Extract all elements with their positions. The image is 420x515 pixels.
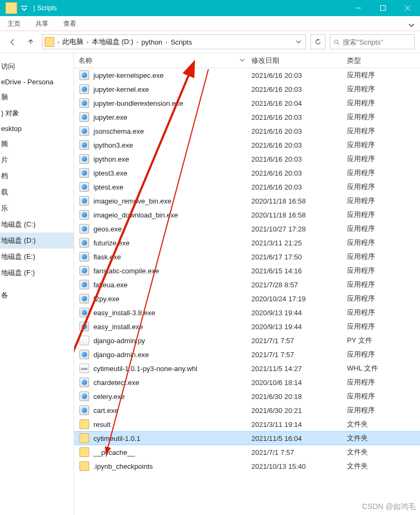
sidebar-item[interactable]: ) 对象 — [0, 105, 74, 121]
sidebar-item[interactable]: 地磁盘 (E:) — [0, 249, 74, 265]
chevron-right-icon[interactable]: › — [135, 39, 139, 45]
sidebar-item[interactable]: 载 — [0, 184, 74, 200]
file-row[interactable]: flask.exe2021/6/17 17:50应用程序 — [74, 250, 420, 264]
file-row[interactable]: ipython.exe2021/6/16 20:03应用程序 — [74, 152, 420, 166]
nav-back-button[interactable] — [5, 35, 19, 49]
file-name-cell: jsonschema.exe — [74, 126, 251, 136]
file-name-cell: jupyter-kernel.exe — [74, 84, 251, 94]
sidebar-item[interactable]: 地磁盘 (F:) — [0, 265, 74, 281]
search-icon — [334, 39, 339, 46]
svg-line-6 — [337, 43, 339, 45]
sidebar-item[interactable]: 地磁盘 (C:) — [0, 216, 74, 233]
file-row[interactable]: f2py.exe2020/10/24 17:19应用程序 — [74, 292, 420, 306]
breadcrumb-item[interactable]: 本地磁盘 (D:) — [90, 37, 135, 47]
column-header-type[interactable]: 类型 — [347, 56, 420, 66]
ribbon-tab-home[interactable]: 主页 — [0, 17, 28, 31]
file-row[interactable]: celery.exe2021/6/30 20:18应用程序 — [74, 389, 420, 403]
ribbon-tab-share[interactable]: 共享 — [28, 17, 56, 31]
file-name-label: cytimeutil-1.0.1 — [93, 434, 140, 443]
file-row[interactable]: easy_install.exe2020/9/13 19:44应用程序 — [74, 320, 420, 333]
chevron-right-icon[interactable]: › — [56, 39, 60, 45]
file-name-cell: flask.exe — [74, 252, 251, 262]
sidebar-item[interactable] — [0, 281, 74, 287]
file-name-cell: chardetect.exe — [74, 378, 251, 387]
nav-up-button[interactable] — [24, 35, 38, 49]
file-row[interactable]: imageio_remove_bin.exe2020/11/18 16:58应用… — [74, 194, 420, 208]
file-name-label: cart.exe — [93, 407, 118, 415]
file-type-cell: 应用程序 — [347, 224, 420, 234]
file-name-cell: geos.exe — [74, 224, 251, 234]
column-header-date[interactable]: 修改日期 — [251, 56, 347, 66]
sidebar-item[interactable]: 片 — [0, 152, 74, 168]
file-type-cell: 文件夹 — [347, 419, 420, 429]
file-type-cell: 应用程序 — [347, 391, 420, 401]
breadcrumb[interactable]: › 此电脑 › 本地磁盘 (D:) › python › Scripts — [42, 34, 306, 49]
sidebar-item[interactable]: eDrive - Persona — [0, 75, 74, 89]
file-row[interactable]: jupyter-kernel.exe2021/6/16 20:03应用程序 — [74, 82, 420, 96]
sort-indicator-icon[interactable] — [240, 56, 245, 64]
file-name-label: flask.exe — [93, 253, 121, 261]
maximize-button[interactable] — [371, 0, 395, 16]
file-type-cell: 应用程序 — [347, 252, 420, 262]
file-row[interactable]: jupyter-bundlerextension.exe2021/6/16 20… — [74, 96, 420, 110]
sidebar-item[interactable]: 频 — [0, 136, 74, 152]
file-row[interactable]: __pycache__2021/7/1 7:57文件夹 — [74, 445, 420, 459]
breadcrumb-item[interactable]: 此电脑 — [60, 37, 85, 47]
file-row[interactable]: fakeua.exe2021/7/28 8:57应用程序 — [74, 278, 420, 292]
file-row[interactable]: geos.exe2021/10/27 17:28应用程序 — [74, 222, 420, 236]
file-name-cell: celery.exe — [74, 391, 251, 401]
file-row[interactable]: chardetect.exe2020/10/6 18:14应用程序 — [74, 375, 420, 389]
close-button[interactable] — [395, 0, 420, 16]
file-date-cell: 2021/6/16 20:03 — [251, 71, 347, 79]
file-type-cell: 应用程序 — [347, 238, 420, 248]
ribbon-expand-icon[interactable] — [403, 21, 420, 31]
exe-icon — [79, 154, 89, 164]
qat-dropdown-icon[interactable] — [20, 4, 28, 12]
sidebar-item[interactable]: 各 — [0, 287, 74, 303]
minimize-button[interactable] — [346, 0, 371, 16]
chevron-right-icon[interactable]: › — [85, 39, 89, 45]
file-row[interactable]: .ipynb_checkpoints2021/10/13 15:40文件夹 — [74, 459, 420, 473]
file-row[interactable]: cytimeutil-1.0.12021/11/5 16:04文件夹 — [74, 431, 420, 445]
folder-icon — [79, 433, 89, 443]
file-row[interactable]: ipython3.exe2021/6/16 20:03应用程序 — [74, 138, 420, 152]
file-name-label: jupyter-kernelspec.exe — [93, 71, 164, 79]
whl-icon — [79, 364, 89, 373]
file-name-label: iptest.exe — [93, 183, 124, 191]
file-row[interactable]: fanstatic-compile.exe2021/6/15 14:16应用程序 — [74, 264, 420, 278]
search-input[interactable] — [343, 38, 411, 46]
search-box[interactable] — [330, 34, 415, 49]
file-type-cell: 应用程序 — [347, 322, 420, 331]
file-row[interactable]: cart.exe2021/6/30 20:21应用程序 — [74, 403, 420, 417]
sidebar-item[interactable]: 档 — [0, 168, 74, 184]
chevron-right-icon[interactable]: › — [164, 39, 168, 45]
file-row[interactable]: imageio_download_bin.exe2020/11/18 16:58… — [74, 208, 420, 222]
file-type-cell: 文件夹 — [347, 447, 420, 457]
breadcrumb-item[interactable]: python — [139, 38, 164, 46]
file-type-cell: 应用程序 — [347, 168, 420, 178]
sidebar-item[interactable]: 脑 — [0, 89, 74, 105]
file-row[interactable]: cytimeutil-1.0.1-py3-none-any.whl2021/11… — [74, 361, 420, 375]
sidebar-item[interactable]: 访问 — [0, 59, 74, 75]
file-row[interactable]: jupyter.exe2021/6/16 20:03应用程序 — [74, 110, 420, 124]
sidebar-item[interactable]: 地磁盘 (D:) — [0, 233, 74, 249]
chevron-down-icon[interactable] — [296, 37, 303, 47]
file-date-cell: 2020/11/18 16:58 — [251, 211, 347, 219]
file-row[interactable]: jupyter-kernelspec.exe2021/6/16 20:03应用程… — [74, 68, 420, 82]
file-row[interactable]: result2021/3/11 19:14文件夹 — [74, 417, 420, 431]
file-row[interactable]: futurize.exe2021/3/11 21:25应用程序 — [74, 236, 420, 250]
file-type-cell: 应用程序 — [347, 266, 420, 275]
ribbon-tab-view[interactable]: 查看 — [56, 17, 84, 31]
file-row[interactable]: jsonschema.exe2021/6/16 20:03应用程序 — [74, 124, 420, 138]
refresh-button[interactable] — [310, 34, 325, 49]
file-row[interactable]: django-admin.py2021/7/1 7:57PY 文件 — [74, 333, 420, 347]
file-row[interactable]: django-admin.exe2021/7/1 7:57应用程序 — [74, 347, 420, 361]
file-row[interactable]: easy_install-3.8.exe2020/9/13 19:44应用程序 — [74, 306, 420, 320]
py-icon — [79, 336, 89, 345]
file-row[interactable]: iptest3.exe2021/6/16 20:03应用程序 — [74, 166, 420, 180]
breadcrumb-item[interactable]: Scripts — [169, 38, 194, 46]
sidebar-item[interactable]: esktop — [0, 121, 74, 136]
sidebar-item[interactable]: 乐 — [0, 200, 74, 216]
column-header-name[interactable]: 名称 — [74, 56, 251, 66]
file-row[interactable]: iptest.exe2021/6/16 20:03应用程序 — [74, 180, 420, 194]
